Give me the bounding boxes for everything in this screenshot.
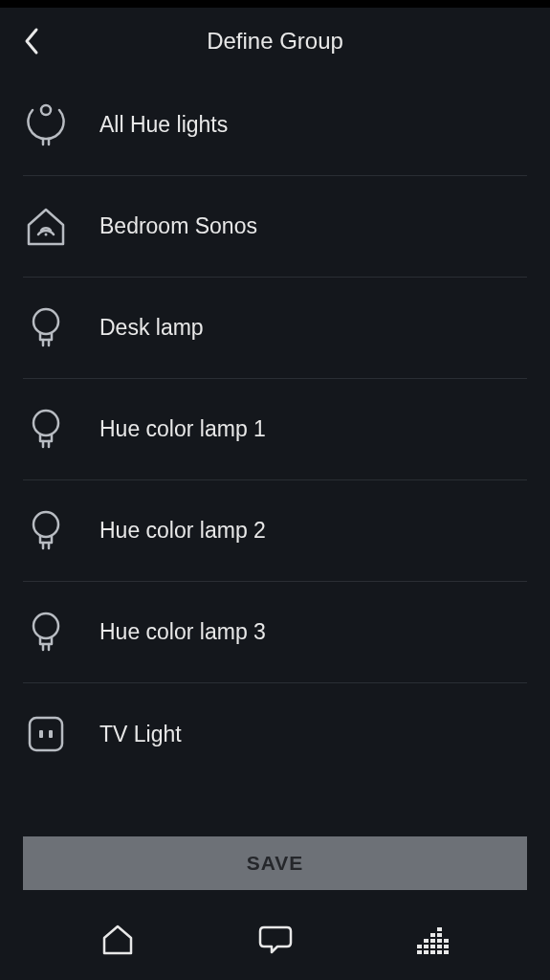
svg-rect-20 xyxy=(417,950,422,954)
save-button[interactable]: SAVE xyxy=(23,836,527,890)
tab-bar xyxy=(0,907,550,980)
device-row-hue-color-lamp-2[interactable]: Hue color lamp 2 xyxy=(23,480,527,582)
device-label: Hue color lamp 2 xyxy=(99,518,266,544)
device-label: Desk lamp xyxy=(99,315,204,341)
svg-point-4 xyxy=(33,309,58,334)
tab-chat[interactable] xyxy=(247,916,304,964)
home-icon xyxy=(100,923,135,957)
svg-point-7 xyxy=(33,411,58,435)
svg-rect-25 xyxy=(430,939,435,943)
device-row-hue-color-lamp-3[interactable]: Hue color lamp 3 xyxy=(23,582,527,683)
device-list: All Hue lights Bedroom Sonos xyxy=(0,75,550,836)
device-row-tv-light[interactable]: TV Light xyxy=(23,683,527,785)
svg-rect-33 xyxy=(444,939,449,943)
svg-point-3 xyxy=(45,233,48,235)
page-title: Define Group xyxy=(19,28,531,55)
device-row-hue-color-lamp-1[interactable]: Hue color lamp 1 xyxy=(23,379,527,480)
tab-music[interactable] xyxy=(405,916,462,964)
svg-rect-32 xyxy=(437,950,442,954)
device-label: All Hue lights xyxy=(99,112,228,138)
svg-rect-22 xyxy=(424,945,429,948)
device-label: Hue color lamp 1 xyxy=(99,416,266,442)
save-wrap: SAVE xyxy=(0,836,550,907)
svg-rect-19 xyxy=(417,945,422,948)
device-row-all-hue-lights[interactable]: All Hue lights xyxy=(23,75,527,176)
svg-rect-31 xyxy=(437,945,442,948)
svg-point-10 xyxy=(33,512,58,537)
svg-point-13 xyxy=(33,613,58,638)
back-button[interactable] xyxy=(23,27,40,56)
bulb-icon xyxy=(25,304,67,352)
svg-rect-24 xyxy=(430,933,435,937)
svg-rect-18 xyxy=(49,730,53,738)
svg-rect-16 xyxy=(30,718,62,750)
device-label: Bedroom Sonos xyxy=(99,213,257,239)
equalizer-icon xyxy=(417,925,450,954)
svg-rect-27 xyxy=(430,950,435,954)
svg-rect-29 xyxy=(437,933,442,937)
bulb-icon xyxy=(25,507,67,555)
device-row-desk-lamp[interactable]: Desk lamp xyxy=(23,278,527,379)
header: Define Group xyxy=(0,8,550,75)
bulb-icon xyxy=(25,406,67,454)
svg-rect-17 xyxy=(39,730,43,738)
chevron-left-icon xyxy=(23,27,40,56)
device-label: TV Light xyxy=(99,722,182,747)
svg-rect-21 xyxy=(424,939,429,943)
plug-icon xyxy=(25,710,67,758)
chat-icon xyxy=(258,924,293,956)
svg-rect-23 xyxy=(424,950,429,954)
hue-group-icon xyxy=(25,101,67,149)
speaker-house-icon xyxy=(25,203,67,251)
svg-rect-26 xyxy=(430,945,435,948)
device-label: Hue color lamp 3 xyxy=(99,619,266,645)
svg-rect-30 xyxy=(437,939,442,943)
tab-home[interactable] xyxy=(89,916,146,964)
svg-rect-34 xyxy=(444,945,449,948)
svg-rect-28 xyxy=(437,927,442,931)
bulb-icon xyxy=(25,609,67,657)
device-row-bedroom-sonos[interactable]: Bedroom Sonos xyxy=(23,176,527,278)
svg-rect-35 xyxy=(444,950,449,954)
svg-point-0 xyxy=(41,105,51,115)
